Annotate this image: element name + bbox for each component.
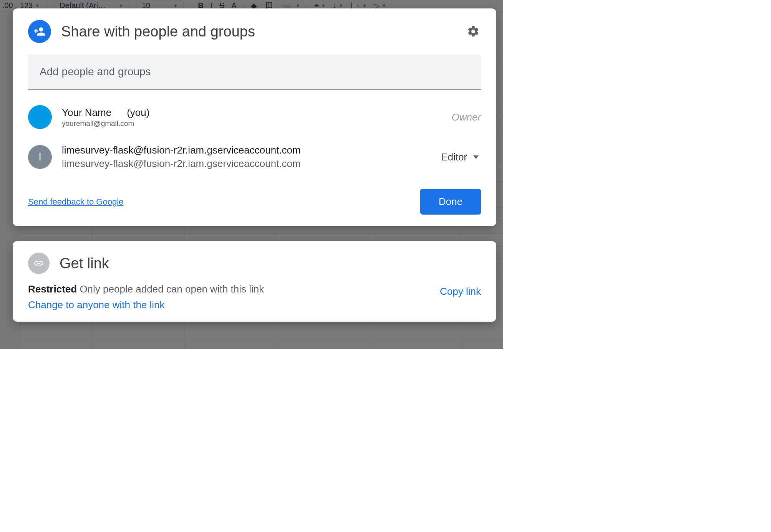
person-email: youremail@gmail.com: [62, 119, 441, 128]
feedback-link[interactable]: Send feedback to Google: [28, 197, 123, 207]
person-add-icon: [28, 20, 51, 43]
done-button[interactable]: Done: [420, 189, 481, 215]
person-name: limesurvey-flask@fusion-r2r.iam.gservice…: [62, 144, 429, 156]
role-label-owner: Owner: [451, 111, 481, 123]
you-badge: (you): [127, 107, 149, 119]
restricted-bold: Restricted: [28, 283, 77, 295]
link-icon: [28, 253, 50, 274]
role-dropdown[interactable]: Editor: [439, 148, 481, 166]
person-name: Your Name: [62, 107, 111, 119]
add-people-input[interactable]: [28, 55, 481, 90]
restricted-description: Restricted Only people added can open wi…: [28, 283, 264, 295]
change-access-link[interactable]: Change to anyone with the link: [28, 299, 264, 311]
get-link-title: Get link: [60, 255, 109, 272]
restricted-rest: Only people added can open with this lin…: [80, 283, 264, 295]
person-row-editor: l limesurvey-flask@fusion-r2r.iam.gservi…: [28, 140, 481, 173]
person-row-owner: Your Name (you) youremail@gmail.com Owne…: [28, 101, 481, 133]
share-dialog: Share with people and groups Your Name (…: [13, 8, 496, 226]
person-email: limesurvey-flask@fusion-r2r.iam.gservice…: [62, 158, 429, 170]
role-dropdown-label: Editor: [441, 151, 467, 163]
gear-icon[interactable]: [466, 24, 481, 39]
share-dialog-title: Share with people and groups: [61, 23, 456, 40]
avatar: l: [28, 145, 52, 169]
avatar: [28, 105, 52, 129]
get-link-card: Get link Restricted Only people added ca…: [13, 241, 496, 322]
copy-link-button[interactable]: Copy link: [440, 286, 481, 297]
chevron-down-icon: [473, 155, 479, 159]
